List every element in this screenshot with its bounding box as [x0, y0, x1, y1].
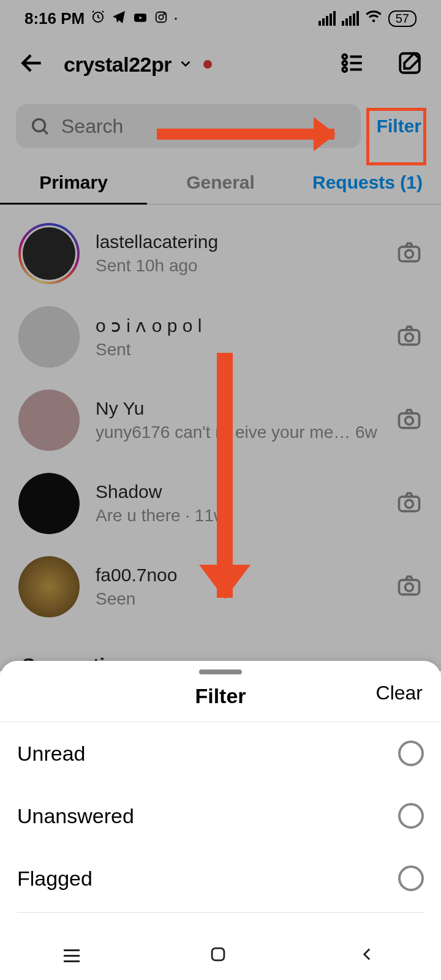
svg-point-7 — [342, 67, 347, 72]
tab-underline — [0, 203, 147, 205]
option-label: Unanswered — [17, 804, 134, 828]
chat-row[interactable]: o ᴐ i ʌ o p o l Sent — [0, 295, 441, 379]
svg-rect-14 — [399, 413, 420, 428]
notification-dot — [203, 60, 212, 69]
clear-button[interactable]: Clear — [372, 680, 426, 706]
new-message-button[interactable] — [397, 50, 423, 78]
status-left: 8:16 PM · — [24, 9, 178, 28]
camera-icon[interactable] — [396, 239, 423, 268]
svg-rect-18 — [399, 580, 420, 595]
wifi-icon — [365, 8, 382, 29]
chat-row[interactable]: Ny Yu yuny6176 can't re eive your me… 6w — [0, 379, 441, 462]
svg-rect-12 — [399, 330, 420, 345]
alarm-icon — [91, 9, 105, 28]
nav-recents[interactable] — [64, 949, 80, 962]
chat-subtitle: Are u there · 11w — [96, 506, 380, 526]
camera-icon[interactable] — [396, 322, 423, 352]
radio-unchecked-icon — [398, 865, 424, 891]
filter-bottom-sheet: Filter Clear Unread Unanswered Flagged — [0, 661, 441, 980]
filter-button[interactable]: Filter — [373, 113, 425, 139]
svg-point-5 — [342, 55, 347, 59]
account-switcher[interactable]: crystal22pr — [64, 53, 212, 77]
filter-option-unread[interactable]: Unread — [0, 722, 441, 785]
tab-requests[interactable]: Requests (1) — [294, 172, 441, 193]
sheet-drag-handle[interactable] — [199, 669, 242, 674]
nav-back[interactable] — [356, 944, 377, 967]
tab-general[interactable]: General — [147, 172, 294, 193]
telegram-icon — [111, 9, 126, 28]
chat-name: Ny Yu — [96, 398, 380, 419]
status-more-dot: · — [174, 12, 178, 26]
chat-name: lastellacatering — [96, 232, 380, 252]
signal-icon — [318, 11, 336, 26]
svg-point-15 — [405, 417, 413, 424]
search-icon — [29, 116, 50, 137]
avatar[interactable] — [18, 306, 80, 368]
android-nav-bar — [0, 931, 441, 980]
svg-rect-16 — [399, 497, 420, 511]
dm-tabs: Primary General Requests (1) — [0, 160, 441, 205]
nav-home[interactable] — [208, 944, 228, 967]
chat-name: o ᴐ i ʌ o p o l — [96, 315, 380, 336]
svg-point-9 — [33, 119, 45, 132]
dm-header: crystal22pr — [0, 37, 441, 92]
camera-icon[interactable] — [396, 489, 423, 518]
avatar[interactable] — [18, 473, 80, 534]
svg-point-11 — [405, 250, 413, 258]
filter-option-flagged[interactable]: Flagged — [0, 847, 441, 910]
svg-point-13 — [405, 333, 413, 341]
svg-rect-20 — [212, 948, 224, 960]
chat-row[interactable]: Shadow Are u there · 11w — [0, 462, 441, 545]
filter-option-unanswered[interactable]: Unanswered — [0, 785, 441, 847]
search-input[interactable]: Search — [16, 104, 361, 148]
avatar[interactable] — [18, 556, 80, 617]
radio-unchecked-icon — [398, 803, 424, 829]
svg-point-6 — [342, 61, 347, 66]
youtube-icon — [132, 9, 148, 28]
chevron-down-icon — [178, 53, 194, 77]
filter-options: Unread Unanswered Flagged — [0, 722, 441, 913]
status-bar: 8:16 PM · 57 — [0, 0, 441, 37]
chat-row[interactable]: fa00.7noo Seen — [0, 545, 441, 628]
chat-name: fa00.7noo — [96, 565, 380, 586]
sheet-title: Filter — [195, 684, 246, 707]
header-username: crystal22pr — [64, 53, 172, 77]
chat-row[interactable]: lastellacatering Sent 10h ago — [0, 212, 441, 295]
back-button[interactable] — [18, 50, 45, 79]
signal-icon-2 — [342, 11, 359, 26]
svg-point-17 — [405, 500, 413, 508]
message-requests-icon[interactable] — [339, 50, 365, 78]
sheet-header: Filter Clear — [0, 680, 441, 722]
chat-subtitle: Sent 10h ago — [96, 256, 380, 276]
battery-indicator: 57 — [388, 10, 417, 27]
option-label: Unread — [17, 742, 86, 766]
svg-rect-10 — [399, 247, 420, 262]
option-label: Flagged — [17, 867, 92, 891]
chat-subtitle: Sent — [96, 340, 380, 360]
divider — [17, 912, 424, 913]
svg-point-3 — [159, 15, 164, 19]
chat-subtitle: Seen — [96, 589, 380, 609]
status-right: 57 — [318, 8, 417, 29]
avatar[interactable] — [18, 223, 80, 284]
camera-icon[interactable] — [396, 572, 423, 601]
instagram-icon — [154, 9, 168, 28]
tab-primary[interactable]: Primary — [0, 172, 147, 193]
radio-unchecked-icon — [398, 741, 424, 766]
chat-name: Shadow — [96, 481, 380, 502]
status-time: 8:16 PM — [24, 9, 85, 28]
chat-list: lastellacatering Sent 10h ago o ᴐ i ʌ o … — [0, 205, 441, 636]
svg-point-4 — [164, 13, 165, 15]
search-row: Search Filter — [0, 92, 441, 160]
search-placeholder: Search — [61, 115, 123, 138]
chat-subtitle: yuny6176 can't re eive your me… 6w — [96, 423, 380, 442]
svg-point-19 — [405, 583, 413, 591]
camera-icon[interactable] — [396, 405, 423, 435]
avatar[interactable] — [18, 390, 80, 451]
